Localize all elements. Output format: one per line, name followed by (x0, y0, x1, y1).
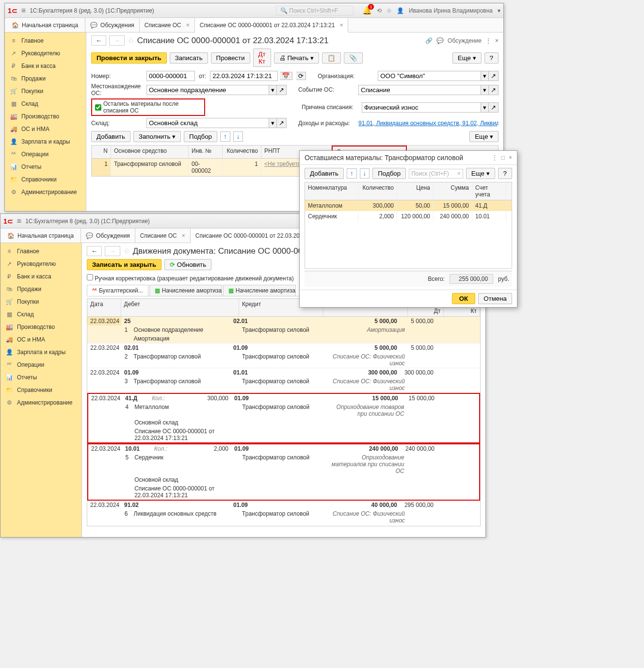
close-icon[interactable]: × (509, 154, 512, 161)
forward-button[interactable]: → (105, 246, 120, 256)
sidebar-item[interactable]: 🛒Покупки (0, 295, 81, 308)
sidebar-item[interactable]: ₽Банк и касса (0, 270, 81, 283)
location-input[interactable] (146, 85, 269, 95)
sidebar-item[interactable]: 🛒Покупки (5, 85, 86, 98)
menu-icon[interactable]: ≡ (21, 6, 26, 15)
tab-accounting[interactable]: ᴬᴷБухгалтерский... (87, 285, 148, 296)
sidebar-item[interactable]: ▦Склад (5, 98, 86, 110)
movement-row[interactable]: 22.03.2024 10.01Кол.:2,000 01.09 240 000… (87, 443, 480, 501)
sidebar-item[interactable]: 🛍Продажи (5, 72, 86, 85)
tab-amort2[interactable]: ▦Начисление амортизац... (223, 285, 296, 296)
tab-writeoff[interactable]: Списание ОС× (135, 228, 191, 243)
refresh-button[interactable]: ⟳ (296, 72, 306, 80)
post-close-button[interactable]: Провести и закрыть (91, 52, 167, 64)
print-button[interactable]: 🖨 Печать ▾ (274, 52, 319, 64)
more-button[interactable]: Еще ▾ (466, 168, 495, 179)
sidebar-item[interactable]: ↗Руководителю (5, 47, 86, 60)
sidebar-item[interactable]: ᴬᴷОперации (5, 148, 86, 161)
help-button[interactable]: ? (484, 52, 499, 64)
save-close-button[interactable]: Записать и закрыть (87, 259, 161, 270)
link-icon[interactable]: 🔗 (425, 37, 433, 44)
menu-icon[interactable]: ≡ (17, 217, 21, 226)
refresh-button[interactable]: ⟳ Обновить (164, 259, 211, 270)
close-icon[interactable]: × (495, 37, 499, 44)
user-icon[interactable]: 👤 (397, 7, 404, 14)
income-link[interactable]: 91.01, Ликвидация основных средств, 91.0… (358, 120, 499, 127)
ok-button[interactable]: ОК (452, 293, 476, 304)
sidebar-item[interactable]: 👤Зарплата и кадры (5, 135, 86, 148)
reason-input[interactable] (362, 102, 481, 113)
down-icon[interactable]: ↓ (233, 131, 243, 142)
user-name[interactable]: Иванова Ирина Владимировна (409, 7, 493, 14)
sidebar-item[interactable]: 🚚ОС и НМА (5, 123, 86, 135)
sidebar-item[interactable]: 👤Зарплата и кадры (0, 346, 81, 358)
up-icon[interactable]: ↑ (220, 131, 230, 142)
dropdown-icon[interactable]: ▾ (498, 7, 500, 14)
warehouse-input[interactable] (146, 118, 269, 128)
favorite-icon[interactable]: ☆ (128, 36, 134, 45)
sidebar-item[interactable]: ≡Главное (5, 34, 86, 47)
movement-row[interactable]: 22.03.2024 41.ДКол.:300,000 01.09 15 000… (87, 393, 480, 443)
discuss-icon[interactable]: 💬 (436, 37, 444, 44)
movement-row[interactable]: 22.03.2024 25 02.01 5 000,00 5 000,00 1 … (87, 317, 480, 343)
dt-kt-button[interactable]: ДтКт (253, 49, 271, 67)
sidebar-item[interactable]: ᴬᴷОперации (0, 358, 81, 371)
more-button[interactable]: Еще ▾ (452, 52, 482, 64)
tab-writeoff[interactable]: Списание ОС× (140, 18, 195, 32)
up-icon[interactable]: ↑ (347, 168, 357, 179)
maximize-icon[interactable]: □ (501, 154, 505, 161)
sidebar-item[interactable]: ₽Банк и касса (5, 60, 86, 72)
org-input[interactable] (378, 71, 481, 81)
calendar-icon[interactable]: 📅 (280, 72, 292, 80)
movement-row[interactable]: 22.03.2024 02.01 01.09 5 000,00 5 000,00… (87, 343, 480, 368)
based-on-button[interactable]: 📋 (322, 52, 341, 64)
close-icon[interactable]: × (186, 22, 190, 29)
discuss-link[interactable]: Обсуждение (448, 37, 482, 44)
cancel-button[interactable]: Отмена (478, 293, 512, 304)
back-button[interactable]: ← (91, 35, 106, 46)
movement-row[interactable]: 22.03.2024 91.02 01.09 40 000,00 295 000… (87, 501, 480, 526)
forward-button[interactable]: → (109, 35, 124, 46)
sidebar-item[interactable]: ▦Склад (0, 308, 81, 321)
sidebar-item[interactable]: 📊Отчеты (0, 371, 81, 384)
sidebar-item[interactable]: 📁Справочники (0, 384, 81, 396)
tab-discuss[interactable]: 💬Обсуждения (85, 18, 140, 32)
sidebar-item[interactable]: 📁Справочники (5, 173, 86, 186)
help-button[interactable]: ? (498, 168, 512, 179)
fill-button[interactable]: Заполнить ▾ (133, 131, 181, 142)
select-button[interactable]: Подбор (184, 131, 217, 142)
more-icon[interactable]: ⋮ (485, 37, 491, 44)
save-button[interactable]: Записать (170, 52, 208, 64)
tab-doc[interactable]: Списание ОС 0000-000001 от 22.03.2024 17… (195, 18, 349, 33)
sidebar-item[interactable]: 🏭Производство (5, 110, 86, 123)
post-button[interactable]: Провести (211, 52, 250, 64)
search-input[interactable]: Поиск (Ctrl+F)× (409, 169, 463, 179)
add-button[interactable]: Добавить (305, 168, 344, 179)
history-icon[interactable]: ⟲ (377, 7, 382, 14)
table-row[interactable]: Металлолом300,00050,0015 000,0041.Д (305, 200, 512, 211)
search-input[interactable]: 🔍 Поиск Ctrl+Shift+F (276, 6, 354, 16)
attach-button[interactable]: 📎 (344, 52, 363, 64)
table-row[interactable]: Сердечник2,000120 000,00240 000,0010.01 (305, 211, 512, 222)
sidebar-item[interactable]: 📊Отчеты (5, 161, 86, 173)
event-input[interactable] (358, 85, 481, 95)
down-icon[interactable]: ↓ (360, 168, 370, 179)
tab-home[interactable]: 🏠Начальная страница (0, 228, 81, 243)
materials-checkbox[interactable]: Остались материалы после списания ОС (91, 98, 205, 116)
tab-home[interactable]: 🏠Начальная страница (5, 18, 85, 32)
number-input[interactable] (146, 71, 195, 81)
more-button[interactable]: Еще ▾ (469, 131, 499, 142)
tab-amort1[interactable]: ▦Начисление амортизаци... (149, 285, 222, 296)
sidebar-item[interactable]: ⚙Администрирование (0, 396, 81, 409)
tab-discuss[interactable]: 💬Обсуждения (81, 228, 135, 243)
more-icon[interactable]: ⋮ (492, 154, 498, 161)
manual-checkbox[interactable] (87, 274, 93, 280)
date-input[interactable] (210, 71, 278, 81)
sidebar-item[interactable]: ⚙Администрирование (5, 186, 86, 198)
sidebar-item[interactable]: 🚚ОС и НМА (0, 333, 81, 346)
sidebar-item[interactable]: ≡Главное (0, 245, 81, 258)
sidebar-item[interactable]: ↗Руководителю (0, 258, 81, 270)
movement-row[interactable]: 22.03.2024 01.09 01.01 300 000,00 300 00… (87, 368, 480, 393)
sidebar-item[interactable]: 🛍Продажи (0, 283, 81, 295)
add-button[interactable]: Добавить (91, 131, 130, 142)
